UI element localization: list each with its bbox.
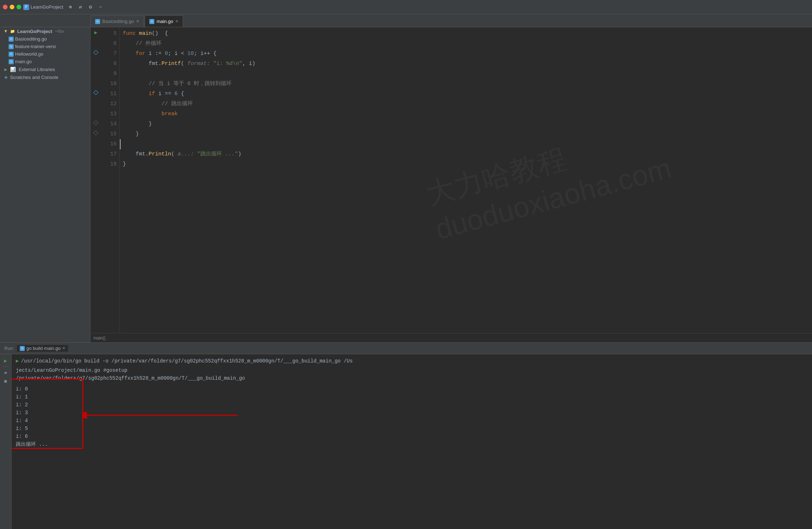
gutter-diamond-15 <box>93 130 98 135</box>
settings-icon[interactable]: ⚙ <box>87 4 94 11</box>
run-tab-label: go build main.go <box>26 346 60 351</box>
run-sidebar-divider-1 <box>3 366 9 367</box>
run-output-i5: i: 5 <box>16 425 808 432</box>
tab-label-basicediting: Basicediting.go <box>102 19 134 24</box>
line-num-14: 14 <box>104 119 117 129</box>
line-num-9: 9 <box>104 69 117 79</box>
run-output-i0: i: 0 <box>16 385 808 393</box>
run-output-i2: i: 2 <box>16 401 808 409</box>
run-rerun-button[interactable]: ⇄ <box>2 369 9 376</box>
run-label: Run: <box>4 346 14 351</box>
title-bar: P LearnGoProject ⊕ ⇄ ⚙ − <box>0 0 812 14</box>
sidebar-item-feature[interactable]: G feature-trainer-versi <box>0 43 90 50</box>
sidebar-label-scratches: Scratches and Console <box>10 75 58 80</box>
sidebar-item-basicediting[interactable]: G Basicediting.go <box>0 35 90 43</box>
gutter: ▶ <box>90 27 101 333</box>
code-line-13: break <box>120 109 812 119</box>
line-numbers: 5 6 7 8 9 10 11 12 13 14 15 16 17 18 <box>101 27 120 333</box>
code-line-8: fmt.Printf( format: "i: %d\n", i) <box>120 59 812 69</box>
scratches-bullet-icon: ◈ <box>3 74 9 80</box>
gutter-cell-13 <box>90 108 101 118</box>
code-line-12: // 跳出循环 <box>120 99 812 109</box>
sync-icon[interactable]: ⇄ <box>77 4 84 11</box>
run-cmd-line2: jects/LearnGoProject/main.go #gosetup <box>16 366 808 374</box>
line-num-5: 5 <box>104 29 117 39</box>
code-line-15: } <box>120 129 812 139</box>
line-num-11: 11 <box>104 89 117 99</box>
tab-close-main[interactable]: ✕ <box>175 19 178 24</box>
sidebar-item-project-root[interactable]: ▼ 📁 LearnGoProject ~/Go <box>0 27 90 35</box>
sidebar-label-external-libs: External Libraries <box>19 67 55 72</box>
tab-basicediting[interactable]: G Basicediting.go ✕ <box>90 15 144 27</box>
traffic-lights <box>3 5 21 9</box>
code-editor[interactable]: 大力哈教程duoduoxiaoha.com ▶ <box>90 27 812 333</box>
code-line-7: for i := 0; i < 10; i++ { <box>120 49 812 59</box>
gutter-cell-9 <box>90 67 101 78</box>
line-num-16: 16 <box>104 139 117 149</box>
run-stop-button[interactable]: ⏹ <box>2 378 9 385</box>
project-label[interactable]: P LearnGoProject <box>23 4 63 10</box>
line-num-18: 18 <box>104 159 117 169</box>
run-panel: Run: G go build main.go ✕ ▶ ⇄ ⏹ ▶ /usr/l… <box>0 342 812 529</box>
tab-close-basicediting[interactable]: ✕ <box>136 19 139 24</box>
minimize-icon[interactable]: − <box>97 4 104 11</box>
close-button[interactable] <box>3 5 8 9</box>
go-file-icon-feature: G <box>9 44 14 49</box>
gutter-cell-10 <box>90 78 101 88</box>
code-line-5: func main() { <box>120 29 812 39</box>
external-libs-arrow-icon: ▶ <box>3 66 9 72</box>
gutter-cell-17 <box>90 148 101 158</box>
minimize-button[interactable] <box>10 5 14 9</box>
code-line-9 <box>120 69 812 79</box>
code-line-6: // 外循环 <box>120 39 812 49</box>
run-cmd-arrow-icon: ▶ <box>16 357 19 365</box>
line-num-10: 10 <box>104 79 117 89</box>
breadcrumb: main() <box>93 336 106 341</box>
run-play-button[interactable]: ▶ <box>2 357 9 364</box>
line-num-17: 17 <box>104 149 117 159</box>
line-num-13: 13 <box>104 109 117 119</box>
sidebar-label-helloworld: Helloworld.go <box>15 51 43 57</box>
line-num-12: 12 <box>104 99 117 109</box>
gutter-cell-18 <box>90 158 101 168</box>
tab-main[interactable]: G main.go ✕ <box>145 15 183 27</box>
gutter-cell-15 <box>90 128 101 138</box>
code-content[interactable]: func main() { // 外循环 for i := 0; i < 10;… <box>120 27 812 333</box>
tab-file-icon-main: G <box>149 19 154 24</box>
sidebar-item-scratches[interactable]: ◈ Scratches and Console <box>0 73 90 81</box>
line-num-7: 7 <box>104 49 117 59</box>
sidebar-project-label: LearnGoProject <box>17 29 52 34</box>
gutter-cell-8 <box>90 57 101 67</box>
run-output-i6: i: 6 <box>16 432 808 440</box>
editor-area: 大力哈教程duoduoxiaoha.com ▶ <box>90 27 812 342</box>
run-output: ▶ /usr/local/go/bin/go build -o /private… <box>11 354 812 529</box>
add-icon[interactable]: ⊕ <box>67 4 74 11</box>
gutter-diamond-14 <box>93 120 98 125</box>
run-tab-close-icon[interactable]: ✕ <box>62 346 65 351</box>
sidebar-item-external-libs[interactable]: ▶ 📊 External Libraries <box>0 65 90 73</box>
breadcrumb-bar: main() <box>90 333 812 342</box>
go-file-icon-helloworld: G <box>9 52 14 57</box>
sidebar-label-basicediting: Basicediting.go <box>15 36 47 42</box>
sidebar-item-helloworld[interactable]: G Helloworld.go <box>0 50 90 58</box>
run-command-line1: ▶ /usr/local/go/bin/go build -o /private… <box>16 357 808 365</box>
ext-lib-icon: 📊 <box>10 67 16 72</box>
toolbar-icons: ⊕ ⇄ ⚙ − <box>67 4 104 11</box>
breakpoint-diamond-7 <box>93 50 98 55</box>
run-arrow-icon: ▶ <box>94 29 97 36</box>
run-tab[interactable]: G go build main.go ✕ <box>17 345 68 352</box>
gutter-cell-16 <box>90 138 101 148</box>
run-command-text1: /usr/local/go/bin/go build -o /private/v… <box>21 357 353 365</box>
arrow-svg <box>83 410 248 421</box>
code-line-17: fmt.Println( a...: "跳出循环 ...") <box>120 149 812 159</box>
run-output-final: 跳出循环 ... <box>16 440 808 448</box>
project-icon: P <box>23 4 29 10</box>
maximize-button[interactable] <box>17 5 21 9</box>
line-num-6: 6 <box>104 39 117 49</box>
go-file-icon-basicediting: G <box>9 37 14 42</box>
sidebar: ▼ 📁 LearnGoProject ~/Go G Basicediting.g… <box>0 27 90 342</box>
sidebar-item-main[interactable]: G main.go <box>0 58 90 65</box>
run-tab-icon: G <box>20 346 25 351</box>
code-line-16 <box>120 139 812 149</box>
run-panel-header: Run: G go build main.go ✕ <box>0 343 812 354</box>
